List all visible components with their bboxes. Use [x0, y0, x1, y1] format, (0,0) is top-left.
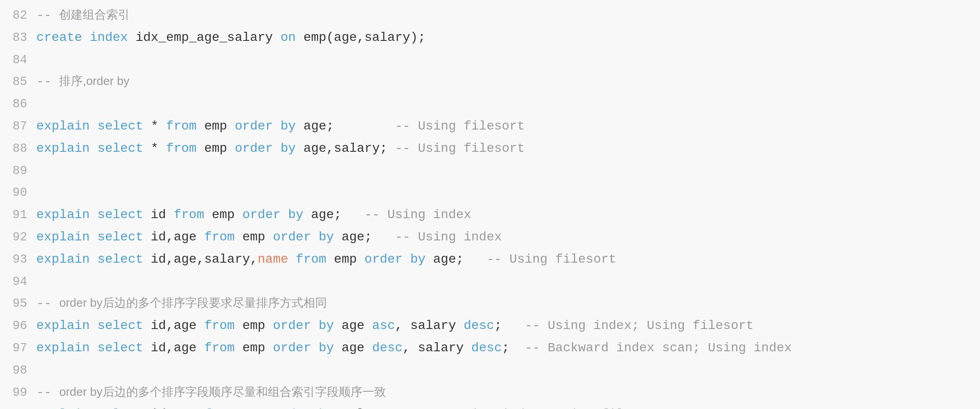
line-content	[36, 94, 980, 115]
line-number: 100	[0, 405, 36, 409]
code-line-92: 92 explain select id,age from emp order …	[0, 226, 980, 249]
code-line-83: 83 create index idx_emp_age_salary on em…	[0, 27, 980, 49]
line-number: 93	[0, 250, 36, 269]
line-content	[36, 183, 980, 203]
line-content: -- 排序,order by	[36, 72, 980, 92]
line-number: 96	[0, 316, 36, 336]
line-number: 85	[0, 72, 36, 92]
line-number: 84	[0, 50, 36, 70]
line-content: explain select id from emp order by age;…	[36, 205, 980, 225]
line-content: explain select id,age,salary,name from e…	[36, 249, 980, 270]
line-number: 83	[0, 28, 36, 48]
line-content: -- order by后边的多个排序字段要求尽量排序方式相同	[36, 294, 980, 314]
code-line-87: 87 explain select * from emp order by ag…	[0, 115, 980, 138]
line-number: 98	[0, 361, 36, 380]
code-line-94: 94	[0, 271, 980, 293]
code-line-97: 97 explain select id,age from emp order …	[0, 337, 980, 359]
code-line-95: 95 -- order by后边的多个排序字段要求尽量排序方式相同	[0, 293, 980, 315]
line-number: 95	[0, 294, 36, 314]
line-number: 89	[0, 161, 36, 181]
code-line-93: 93 explain select id,age,salary,name fro…	[0, 249, 980, 271]
code-line-82: 82 -- 创建组合索引	[0, 5, 980, 27]
code-line-98: 98	[0, 359, 980, 382]
line-number: 97	[0, 339, 36, 358]
code-line-90: 90	[0, 182, 980, 204]
code-line-84: 84	[0, 49, 980, 71]
line-number: 82	[0, 6, 36, 25]
line-number: 90	[0, 183, 36, 203]
line-number: 99	[0, 383, 36, 403]
line-content: -- order by后边的多个排序字段顺序尽量和组合索引字段顺序一致	[36, 383, 980, 403]
code-editor: 82 -- 创建组合索引 83 create index idx_emp_age…	[0, 0, 980, 409]
line-content: explain select * from emp order by age,s…	[36, 139, 980, 159]
code-line-89: 89	[0, 160, 980, 182]
code-line-100: 100 explain select id,age from emp order…	[0, 404, 980, 409]
line-content: explain select id,age from emp order by …	[36, 316, 980, 336]
line-content	[36, 272, 980, 292]
line-content: create index idx_emp_age_salary on emp(a…	[36, 28, 980, 48]
line-number: 87	[0, 117, 36, 136]
line-number: 88	[0, 139, 36, 159]
code-line-96: 96 explain select id,age from emp order …	[0, 315, 980, 337]
code-line-91: 91 explain select id from emp order by a…	[0, 204, 980, 226]
line-number: 94	[0, 272, 36, 292]
line-content: -- 创建组合索引	[36, 5, 980, 26]
code-line-86: 86	[0, 93, 980, 115]
code-line-99: 99 -- order by后边的多个排序字段顺序尽量和组合索引字段顺序一致	[0, 382, 980, 404]
code-line-85: 85 -- 排序,order by	[0, 71, 980, 93]
line-content	[36, 161, 980, 181]
line-content	[36, 50, 980, 70]
line-number: 91	[0, 205, 36, 225]
line-number: 92	[0, 228, 36, 247]
line-content: explain select id,age from emp order by …	[36, 227, 980, 248]
line-content	[36, 360, 980, 381]
line-content: explain select * from emp order by age; …	[36, 116, 980, 137]
line-content: explain select id,age from emp order by …	[36, 404, 980, 409]
code-line-88: 88 explain select * from emp order by ag…	[0, 138, 980, 160]
line-number: 86	[0, 95, 36, 114]
line-content: explain select id,age from emp order by …	[36, 338, 980, 359]
